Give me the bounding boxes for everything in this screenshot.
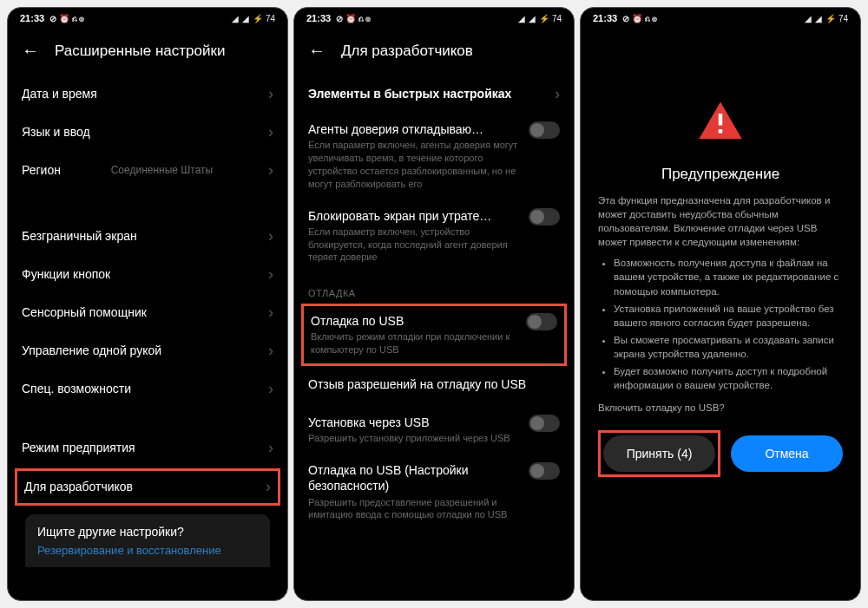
row-label: Безграничный экран xyxy=(22,228,137,244)
back-icon[interactable]: ← xyxy=(22,41,39,61)
row-title: Отладка по USB xyxy=(311,313,517,329)
toggle-trust-agents[interactable] xyxy=(529,121,560,139)
row-title: Установка через USB xyxy=(308,415,520,430)
row-buttons[interactable]: Функции кнопок › xyxy=(22,255,273,293)
status-bar: 21:33 ⊘ ⏰ ⎌ ◎ ◢ ◢ ⚡ 74 xyxy=(581,8,860,29)
toggle-usb-debugging[interactable] xyxy=(526,313,557,330)
page-title: Для разработчиков xyxy=(341,42,473,60)
back-icon[interactable]: ← xyxy=(308,41,326,61)
row-desc: Разрешить предоставление разрешений и им… xyxy=(308,496,520,522)
row-title: Агенты доверия откладываю… xyxy=(308,121,520,137)
signal-icon: ◢ xyxy=(232,14,239,23)
row-label: Спец. возможности xyxy=(22,381,131,396)
row-desc: Если параметр включен, агенты доверия мо… xyxy=(308,139,520,190)
toggle-usb-security[interactable] xyxy=(529,462,560,480)
svg-rect-0 xyxy=(719,114,723,126)
row-one-hand[interactable]: Управление одной рукой › xyxy=(22,331,273,369)
row-install-usb[interactable]: Установка через USB Разрешить установку … xyxy=(308,406,560,454)
chevron-right-icon: › xyxy=(555,85,560,103)
status-left-icons: ⊘ ⏰ ⎌ ◎ xyxy=(336,14,371,23)
header: ← Для разработчиков xyxy=(294,29,574,75)
card-title: Ищите другие настройки? xyxy=(37,525,258,539)
toggle-lock-trust[interactable] xyxy=(529,208,560,226)
dialog-question: Включить отладку по USB? xyxy=(598,402,843,413)
other-settings-card: Ищите другие настройки? Резервирование и… xyxy=(25,514,270,567)
row-developers[interactable]: Для разработчиков › xyxy=(24,476,271,498)
chevron-right-icon: › xyxy=(268,85,273,103)
card-link[interactable]: Резервирование и восстановление xyxy=(37,544,258,557)
dialog-bullet: Возможность получения доступа к файлам н… xyxy=(614,256,843,297)
chevron-right-icon: › xyxy=(268,161,273,180)
signal-icon: ◢ xyxy=(518,14,525,23)
row-label: Дата и время xyxy=(22,86,97,101)
row-datetime[interactable]: Дата и время › xyxy=(22,75,273,113)
battery-icon: ⚡ 74 xyxy=(253,14,275,23)
header: ← Расширенные настройки xyxy=(8,29,287,75)
row-value: Соединенные Штаты xyxy=(111,164,214,176)
row-touch-assist[interactable]: Сенсорный помощник › xyxy=(22,293,273,331)
row-label: Язык и ввод xyxy=(22,124,90,140)
row-desc: Включить режим отладки при подключении к… xyxy=(311,330,517,356)
status-time: 21:33 xyxy=(20,13,44,23)
row-revoke-auth[interactable]: Отзыв разрешений на отладку по USB xyxy=(308,368,560,406)
row-usb-security[interactable]: Отладка по USB (Настройки безопасности) … xyxy=(308,454,560,530)
accept-button[interactable]: Принять (4) xyxy=(603,435,715,472)
dialog-bullet: Установка приложений на ваше устройство … xyxy=(614,302,843,330)
highlight-usb-debugging: Отладка по USB Включить режим отладки пр… xyxy=(301,304,567,366)
status-bar: 21:33 ⊘ ⏰ ⎌ ◎ ◢ ◢ ⚡ 74 xyxy=(8,8,287,29)
chevron-right-icon: › xyxy=(268,227,273,245)
chevron-right-icon: › xyxy=(268,304,273,322)
row-title: Отзыв разрешений на отладку по USB xyxy=(308,376,551,392)
row-accessibility[interactable]: Спец. возможности › xyxy=(22,369,273,408)
row-label: Функции кнопок xyxy=(22,266,110,282)
battery-icon: ⚡ 74 xyxy=(825,14,848,23)
row-language[interactable]: Язык и ввод › xyxy=(22,113,273,151)
toggle-install-usb[interactable] xyxy=(529,415,560,432)
row-label: Регион xyxy=(22,162,61,178)
status-left-icons: ⊘ ⏰ ⎌ ◎ xyxy=(622,14,657,23)
row-title: Блокировать экран при утрате… xyxy=(308,208,520,224)
wifi-icon: ◢ xyxy=(529,14,536,23)
dialog-bullet: Вы сможете просматривать и создавать зап… xyxy=(614,333,843,361)
dialog-intro: Эта функция предназначена для разработчи… xyxy=(598,193,843,249)
dialog-bullet: Будет возможно получить доступ к подробн… xyxy=(614,364,843,392)
chevron-right-icon: › xyxy=(266,478,271,496)
screen-developer-options: 21:33 ⊘ ⏰ ⎌ ◎ ◢ ◢ ⚡ 74 ← Для разработчик… xyxy=(293,7,575,601)
row-quick-tiles[interactable]: Элементы в быстрых настройках › xyxy=(308,75,560,113)
highlight-developers: Для разработчиков › xyxy=(15,468,280,506)
page-title: Расширенные настройки xyxy=(55,42,225,60)
status-time: 21:33 xyxy=(593,13,617,23)
wifi-icon: ◢ xyxy=(815,14,822,23)
row-lock-on-trust-lost[interactable]: Блокировать экран при утрате… Если парам… xyxy=(308,199,560,273)
row-label: Для разработчиков xyxy=(24,479,133,494)
screen-extended-settings: 21:33 ⊘ ⏰ ⎌ ◎ ◢ ◢ ⚡ 74 ← Расширенные нас… xyxy=(7,7,288,601)
screen-warning-dialog: 21:33 ⊘ ⏰ ⎌ ◎ ◢ ◢ ⚡ 74 Предупреждение Эт… xyxy=(580,7,861,601)
dialog-title: Предупреждение xyxy=(598,166,843,183)
wifi-icon: ◢ xyxy=(242,14,249,23)
row-edgeless[interactable]: Безграничный экран › xyxy=(22,217,273,255)
cancel-button[interactable]: Отмена xyxy=(731,435,843,472)
signal-icon: ◢ xyxy=(805,14,812,23)
status-time: 21:33 xyxy=(306,13,331,23)
row-label: Сенсорный помощник xyxy=(22,304,147,320)
section-debug: ОТЛАДКА xyxy=(308,288,560,298)
row-desc: Если параметр включен, устройство блокир… xyxy=(308,226,520,265)
row-usb-debugging[interactable]: Отладка по USB Включить режим отладки пр… xyxy=(311,311,557,358)
row-trust-agents[interactable]: Агенты доверия откладываю… Если параметр… xyxy=(308,113,560,199)
status-bar: 21:33 ⊘ ⏰ ⎌ ◎ ◢ ◢ ⚡ 74 xyxy=(294,8,574,29)
row-enterprise[interactable]: Режим предприятия › xyxy=(22,428,273,467)
chevron-right-icon: › xyxy=(268,342,273,360)
row-desc: Разрешить установку приложений через USB xyxy=(308,432,520,445)
highlight-accept: Принять (4) xyxy=(598,430,720,477)
chevron-right-icon: › xyxy=(268,265,273,284)
row-label: Элементы в быстрых настройках xyxy=(308,86,511,101)
status-left-icons: ⊘ ⏰ ⎌ ◎ xyxy=(49,14,84,23)
row-label: Управление одной рукой xyxy=(22,343,161,358)
row-region[interactable]: Регион Соединенные Штаты › xyxy=(22,151,273,189)
warning-icon xyxy=(697,98,744,148)
row-title: Отладка по USB (Настройки безопасности) xyxy=(308,462,520,494)
row-label: Режим предприятия xyxy=(22,440,135,455)
dialog-list: Возможность получения доступа к файлам н… xyxy=(598,256,843,396)
battery-icon: ⚡ 74 xyxy=(539,14,562,23)
svg-rect-1 xyxy=(719,129,723,134)
